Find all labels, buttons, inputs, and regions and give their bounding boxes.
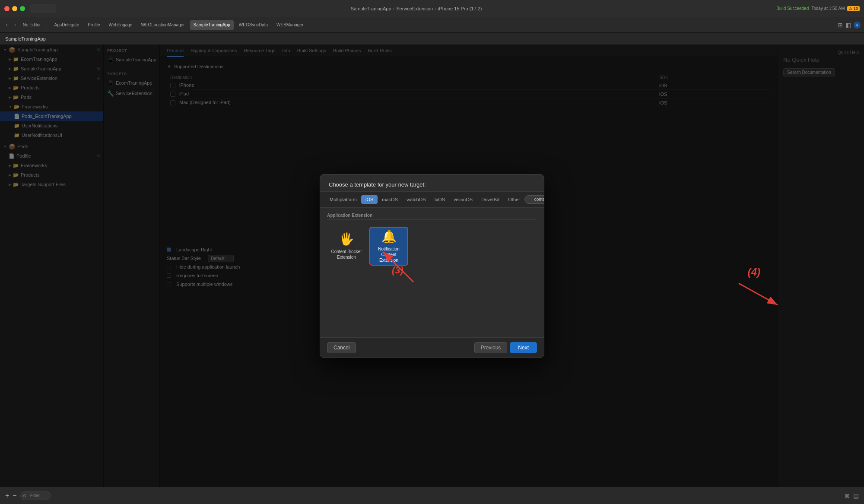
tab-wesmanager[interactable]: WESManager bbox=[273, 20, 307, 30]
svg-line-3 bbox=[739, 283, 778, 305]
nav-back-button[interactable]: ‹ bbox=[3, 20, 10, 30]
bottom-right-icons: ⊠ ▤ bbox=[845, 492, 859, 499]
modal-tab-other[interactable]: Other bbox=[504, 195, 524, 204]
content-blocker-label: Content Blocker Extension bbox=[329, 249, 364, 260]
close-button[interactable] bbox=[4, 6, 10, 11]
tab-weglocation[interactable]: WEGLocationManager bbox=[137, 20, 188, 30]
inspector-icon[interactable]: ◧ bbox=[845, 22, 851, 29]
modal-tab-tvos[interactable]: tvOS bbox=[430, 195, 449, 204]
modal-tab-driverkit[interactable]: DriverKit bbox=[477, 195, 504, 204]
step3-annotation: (3) bbox=[392, 265, 403, 276]
tab-webengage[interactable]: WebEngage bbox=[105, 20, 136, 30]
project-name: SampleTraningApp bbox=[351, 6, 391, 11]
split-view-icon[interactable]: ⊠ bbox=[845, 492, 850, 499]
modal-tab-macos[interactable]: macOS bbox=[378, 195, 402, 204]
minimize-button[interactable] bbox=[12, 6, 17, 11]
tab-wegsyncdata[interactable]: WEGSyncData bbox=[235, 20, 271, 30]
titlebar-center: SampleTraningApp › ServiceExtension › iP… bbox=[60, 6, 773, 11]
build-succeeded-text: Build Succeeded bbox=[776, 6, 809, 11]
modal-tab-watchos[interactable]: watchOS bbox=[402, 195, 430, 204]
modal-search-input[interactable] bbox=[524, 195, 544, 204]
build-status: Build Succeeded Today at 1:50 AM ⚠ 10 bbox=[776, 6, 860, 11]
no-editor-button[interactable]: No Editor bbox=[20, 20, 44, 30]
traffic-lights bbox=[4, 6, 25, 11]
tab-appdelegate[interactable]: AppDelegate bbox=[51, 20, 83, 30]
service-extension: ServiceExtension bbox=[396, 6, 433, 11]
maximize-button[interactable] bbox=[20, 6, 25, 11]
user-icon: ● bbox=[854, 22, 861, 29]
toolbar: ‹ › No Editor AppDelegate Profile WebEng… bbox=[0, 17, 864, 33]
warning-badge: ⚠ 10 bbox=[847, 6, 860, 11]
previous-button[interactable]: Previous bbox=[474, 342, 508, 353]
device-name: iPhone 15 Pro (17.2) bbox=[438, 6, 482, 11]
split-editor-icon[interactable]: ⊞ bbox=[838, 22, 843, 29]
step4-annotation: (4) bbox=[748, 266, 760, 278]
tab-sampletraningapp[interactable]: SampleTraningApp bbox=[190, 20, 234, 30]
modal-dialog: Choose a template for your new target: M… bbox=[320, 174, 544, 358]
template-content-blocker[interactable]: 🖐 Content Blocker Extension bbox=[327, 227, 366, 266]
modal-section-title: Application Extension bbox=[327, 211, 537, 220]
modal-overlay: Choose a template for your new target: M… bbox=[0, 45, 864, 487]
project-breadcrumb-bar: SampleTraningApp bbox=[0, 33, 864, 45]
modal-tab-ios[interactable]: iOS bbox=[361, 195, 378, 204]
remove-target-button[interactable]: − bbox=[13, 492, 16, 499]
breadcrumb: SampleTraningApp › ServiceExtension › iP… bbox=[351, 6, 482, 11]
modal-tab-visionos[interactable]: visionOS bbox=[449, 195, 477, 204]
annotation-area-3: (3) bbox=[327, 278, 537, 304]
modal-footer: Cancel Previous Next bbox=[320, 337, 544, 358]
content-blocker-icon: 🖐 bbox=[339, 232, 354, 246]
tab-profile[interactable]: Profile bbox=[84, 20, 103, 30]
bottom-bar: + − ⊙ ⊠ ▤ bbox=[0, 487, 864, 504]
project-breadcrumb-label: SampleTraningApp bbox=[5, 36, 46, 41]
footer-right-buttons: Previous Next bbox=[474, 342, 537, 353]
bottom-filter-input[interactable] bbox=[20, 491, 51, 500]
notification-content-icon: 🔔 bbox=[381, 229, 397, 244]
cancel-button[interactable]: Cancel bbox=[327, 342, 356, 353]
next-button[interactable]: Next bbox=[510, 342, 537, 353]
modal-body: Application Extension 🖐 Content Blocker … bbox=[320, 208, 544, 337]
modal-header: Choose a template for your new target: bbox=[320, 174, 544, 192]
modal-tabs-bar: Multiplatform iOS macOS watchOS tvOS vis… bbox=[320, 192, 544, 208]
titlebar: SampleTraningApp › ServiceExtension › iP… bbox=[0, 0, 864, 17]
modal-title: Choose a template for your new target: bbox=[329, 181, 426, 188]
arrow-4-svg bbox=[734, 279, 786, 314]
modal-tab-multiplatform[interactable]: Multiplatform bbox=[325, 195, 361, 204]
add-target-button[interactable]: + bbox=[5, 492, 9, 499]
inspector-panel-icon[interactable]: ▤ bbox=[853, 492, 859, 499]
nav-forward-button[interactable]: › bbox=[12, 20, 18, 30]
arrow-3-svg bbox=[379, 243, 431, 286]
build-time: Today at 1:50 AM bbox=[811, 6, 845, 11]
template-grid: 🖐 Content Blocker Extension 🔔 Notificati… bbox=[327, 223, 537, 269]
